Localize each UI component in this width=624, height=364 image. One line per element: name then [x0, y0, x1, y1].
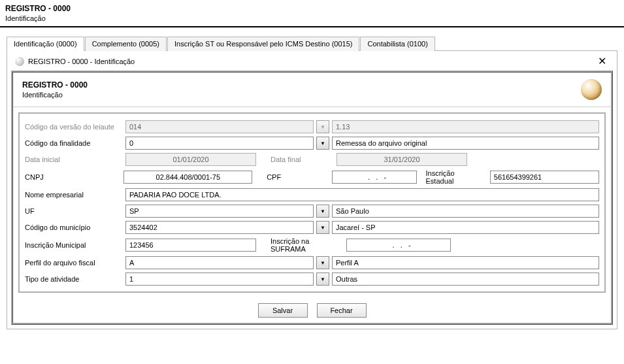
modal-body: REGISTRO - 0000 Identificação Código da … — [11, 71, 613, 325]
input-cpf[interactable] — [332, 171, 417, 184]
close-icon[interactable]: ✕ — [595, 56, 609, 67]
input-activity-desc[interactable] — [332, 273, 599, 286]
input-ie[interactable] — [490, 171, 599, 184]
modal-header: REGISTRO - 0000 - Identificação ✕ — [11, 55, 613, 71]
page-header: REGISTRO - 0000 Identificação — [0, 0, 624, 27]
label-cpf: CPF — [255, 173, 329, 181]
label-ie: Inscrição Estadual — [419, 169, 487, 185]
label-uf: UF — [25, 207, 123, 215]
footer-buttons: Salvar Fechar — [13, 298, 611, 323]
input-date-start — [125, 153, 256, 166]
tab-panel: REGISTRO - 0000 - Identificação ✕ REGIST… — [7, 50, 617, 329]
dropdown-uf[interactable]: ▼ — [316, 205, 329, 218]
section-subtitle: Identificação — [22, 91, 88, 99]
modal-title: REGISTRO - 0000 - Identificação — [28, 58, 135, 65]
label-version: Código da versão do leiaute — [25, 123, 123, 131]
input-profile-desc[interactable] — [332, 256, 599, 269]
input-purpose-code[interactable] — [125, 137, 314, 150]
tab-complemento[interactable]: Complemento (0005) — [85, 37, 167, 51]
label-date-end: Data final — [259, 156, 334, 163]
input-date-end — [337, 153, 467, 166]
tab-identificacao[interactable]: Identificação (0000) — [7, 37, 84, 51]
page-subtitle: Identificação — [5, 14, 619, 22]
label-cnpj: CNPJ — [25, 173, 121, 181]
close-button[interactable]: Fechar — [317, 303, 367, 318]
label-city: Código do município — [25, 223, 123, 231]
input-version-desc — [332, 120, 599, 133]
label-date-start: Data inicial — [25, 156, 123, 163]
globe-icon — [581, 79, 602, 100]
input-cnpj[interactable] — [123, 171, 252, 184]
label-municipal: Inscrição Municipal — [25, 241, 123, 249]
section-title: REGISTRO - 0000 — [22, 80, 88, 90]
label-activity: Tipo de atividade — [25, 275, 123, 283]
input-profile-code[interactable] — [125, 256, 314, 269]
page-title: REGISTRO - 0000 — [5, 4, 619, 13]
label-company: Nome empresarial — [25, 191, 123, 199]
dropdown-activity[interactable]: ▼ — [316, 273, 329, 286]
tabs-container: Identificação (0000) Complemento (0005) … — [7, 37, 617, 329]
label-suframa: Inscrição na SUFRAMA — [259, 237, 344, 253]
save-button[interactable]: Salvar — [258, 303, 308, 318]
input-city-code[interactable] — [125, 221, 314, 234]
globe-icon — [15, 57, 24, 66]
input-suframa[interactable] — [346, 239, 451, 252]
dropdown-purpose[interactable]: ▼ — [316, 137, 329, 150]
form-area: Código da versão do leiaute ▼ Código da … — [18, 112, 606, 293]
section-header: REGISTRO - 0000 Identificação — [13, 73, 611, 107]
dropdown-version: ▼ — [316, 120, 329, 133]
dropdown-city[interactable]: ▼ — [316, 221, 329, 234]
input-city-desc[interactable] — [332, 221, 599, 234]
tab-strip: Identificação (0000) Complemento (0005) … — [7, 37, 617, 51]
tab-inscricao-st[interactable]: Inscrição ST ou Responsável pelo ICMS De… — [167, 37, 360, 51]
input-activity-code[interactable] — [125, 273, 314, 286]
input-version-code — [125, 120, 314, 133]
input-uf-desc[interactable] — [332, 205, 599, 218]
input-company[interactable] — [125, 188, 599, 201]
input-uf-code[interactable] — [125, 205, 314, 218]
tab-contabilista[interactable]: Contabilista (0100) — [360, 37, 435, 51]
input-municipal[interactable] — [125, 239, 256, 252]
label-purpose: Código da finalidade — [25, 139, 123, 147]
dropdown-profile[interactable]: ▼ — [316, 256, 329, 269]
input-purpose-desc[interactable] — [332, 137, 599, 150]
label-profile: Perfil do arquivo fiscal — [25, 259, 123, 267]
